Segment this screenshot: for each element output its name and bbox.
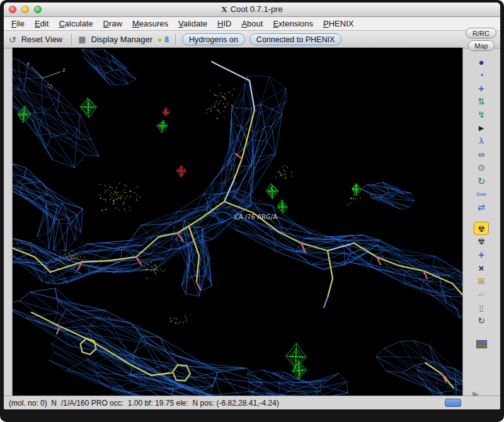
- atom-pair-icon[interactable]: 8: [164, 36, 169, 43]
- menu-measures[interactable]: Measures: [127, 17, 173, 30]
- gl-canvas[interactable]: [12, 47, 463, 396]
- eraser-icon[interactable]: ▱: [474, 288, 489, 301]
- menu-hid[interactable]: HID: [212, 17, 236, 30]
- real-space-refine-icon[interactable]: ☢: [474, 222, 489, 235]
- x11-icon: X: [221, 4, 227, 14]
- reset-view-button[interactable]: Reset View: [19, 33, 66, 45]
- menu-draw[interactable]: Draw: [98, 17, 127, 30]
- refine-sphere-icon[interactable]: ↻: [474, 174, 489, 188]
- add-terminal-residue-icon[interactable]: ⊞: [474, 275, 489, 288]
- menu-about[interactable]: About: [236, 17, 268, 30]
- undo-icon[interactable]: ↻: [474, 314, 489, 328]
- status-text: (mol. no: 0) N /1/A/160 PRO occ: 1.00 bf…: [9, 396, 279, 409]
- coot-window: XCoot 0.7.1-pre FileEditCalculateDrawMea…: [0, 0, 504, 422]
- menu-edit[interactable]: Edit: [30, 17, 54, 30]
- display-manager-icon: ▦: [78, 35, 86, 43]
- window-title: XCoot 0.7.1-pre: [4, 3, 500, 16]
- translate-icon[interactable]: +: [474, 82, 489, 95]
- menu-extensions[interactable]: Extensions: [268, 17, 318, 30]
- side-chain-icon[interactable]: Side: [474, 188, 489, 201]
- menu-validate[interactable]: Validate: [173, 17, 212, 30]
- menu-file[interactable]: File: [6, 17, 30, 30]
- map-button[interactable]: Map: [468, 40, 495, 51]
- cut-icon[interactable]: ×: [474, 261, 489, 275]
- toolbar-separator: [175, 34, 176, 45]
- recentre-icon[interactable]: ◔: [474, 69, 489, 82]
- rotamer-icon[interactable]: λ: [474, 135, 489, 148]
- menubar: FileEditCalculateDrawMeasuresValidateHID…: [4, 17, 500, 31]
- toolbar-separator: [71, 34, 72, 45]
- stereo-icon[interactable]: ∞: [474, 148, 489, 161]
- display-flag-icon[interactable]: [476, 340, 487, 348]
- right-icon-column: ●◔+⇅↯▶λ∞⊙↻Side⇄☢☢+×⊞▱▯↻: [469, 55, 493, 348]
- goto-atom-icon[interactable]: ●: [158, 36, 162, 43]
- hydrogens-toggle-button[interactable]: Hydrogens on: [182, 33, 245, 45]
- magnifier-icon[interactable]: ⊙: [474, 161, 489, 174]
- status-bar: (mol. no: 0) N /1/A/160 PRO occ: 1.00 bf…: [4, 396, 500, 409]
- pepflip-icon[interactable]: +: [474, 248, 489, 261]
- titlebar[interactable]: XCoot 0.7.1-pre: [4, 3, 500, 17]
- main-toolbar: ↺ Reset View ▦ Display Manager ● 8 Hydro…: [4, 31, 462, 48]
- status-scrollbar-thumb[interactable]: [445, 399, 461, 407]
- flip-icon[interactable]: ⇄: [474, 201, 489, 214]
- menu-calculate[interactable]: Calculate: [54, 17, 98, 30]
- window-content: XCoot 0.7.1-pre FileEditCalculateDrawMea…: [4, 3, 500, 409]
- display-manager-button[interactable]: Display Manager: [89, 33, 156, 45]
- rotate-icon[interactable]: ⇅: [474, 95, 489, 108]
- window-title-text: Coot 0.7.1-pre: [231, 4, 283, 14]
- delete-item-icon[interactable]: ▯: [474, 301, 489, 314]
- menu-phenix[interactable]: PHENIX: [318, 17, 358, 30]
- phenix-status-button[interactable]: Connected to PHENIX: [249, 33, 341, 45]
- play-icon[interactable]: ▶: [474, 122, 489, 135]
- view-sphere-icon[interactable]: ●: [474, 55, 489, 69]
- rrc-button[interactable]: R/RC: [466, 28, 496, 38]
- torsion-icon[interactable]: ↯: [474, 108, 489, 122]
- reset-view-icon: ↺: [9, 35, 16, 44]
- regularize-icon[interactable]: ☢: [474, 235, 489, 248]
